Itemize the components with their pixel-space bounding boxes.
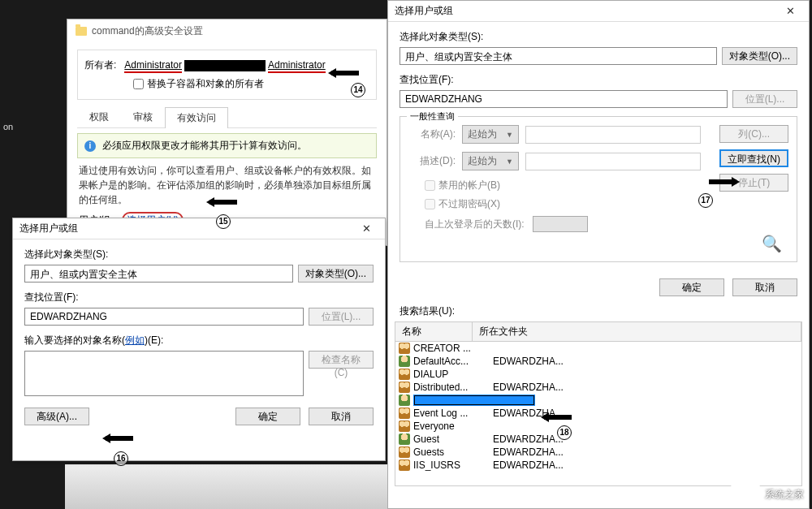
tab-audit[interactable]: 审核 (121, 106, 165, 127)
disabled-accounts-checkbox[interactable]: 禁用的帐户(B) (425, 179, 701, 192)
result-name: Distributed... (413, 382, 486, 393)
desc-filter-input[interactable] (525, 153, 701, 170)
example-link[interactable]: 例如 (125, 334, 145, 346)
last-login-days-combo[interactable] (533, 216, 588, 232)
results-header: 名称 所在文件夹 (395, 321, 802, 342)
user-icon (399, 434, 410, 445)
ok-button[interactable]: 确定 (235, 408, 300, 425)
redacted-selected (413, 395, 535, 406)
columns-button[interactable]: 列(C)... (719, 125, 788, 143)
redacted-text (184, 60, 266, 71)
close-icon[interactable]: ✕ (778, 5, 802, 17)
result-row[interactable] (395, 394, 801, 407)
result-folder: EDWARDZHA... (490, 356, 564, 367)
result-name: Event Log ... (413, 408, 486, 419)
cancel-button2[interactable]: 取消 (732, 278, 797, 296)
users-icon (399, 382, 410, 393)
result-row[interactable]: Everyone (395, 420, 801, 433)
name-filter-input[interactable] (525, 126, 701, 144)
decor-bg (65, 464, 390, 509)
object-type-label: 选择此对象类型(S): (24, 248, 374, 261)
result-row[interactable]: GuestEDWARDZHA... (395, 433, 801, 446)
info-text: 必须应用权限更改才能将其用于计算有效访问。 (102, 139, 307, 153)
users-icon (399, 369, 410, 380)
close-icon[interactable]: ✕ (354, 222, 378, 235)
dialog2-titlebar: 选择用户或组 ✕ (388, 1, 809, 22)
search-results: 搜索结果(U): 名称 所在文件夹 CREATOR ...DefaultAcc.… (395, 304, 802, 486)
results-label: 搜索结果(U): (400, 304, 797, 318)
col-name[interactable]: 名称 (395, 322, 473, 341)
user-icon (399, 356, 410, 367)
folder-icon (76, 27, 87, 36)
security-title: command的高级安全设置 (92, 24, 203, 38)
chevron-down-icon: ▼ (506, 131, 513, 139)
tabs: 权限 审核 有效访问 (77, 106, 377, 128)
chevron-down-icon: ▼ (506, 157, 513, 166)
result-name: Everyone (413, 421, 486, 432)
result-name: IIS_IUSRS (413, 459, 486, 471)
locations-button2[interactable]: 位置(L)... (732, 90, 797, 108)
owner-panel: 所有者: Administrator Administrator 替换子容器和对… (77, 50, 377, 100)
users-icon (399, 408, 410, 419)
find-now-button[interactable]: 立即查找(N) (719, 149, 788, 167)
result-name: Guest (413, 434, 486, 445)
stop-button[interactable]: 停止(T) (719, 174, 788, 192)
info-icon: i (84, 140, 96, 152)
advanced-button[interactable]: 高级(A)... (24, 408, 89, 425)
search-icon: 🔍 (762, 234, 782, 253)
dialog1-title: 选择用户或组 (19, 222, 78, 235)
result-row[interactable]: DIALUP (395, 368, 801, 381)
last-login-label: 自上次登录后的天数(I): (425, 218, 525, 231)
watermark: 系统之家 (723, 480, 812, 509)
users-icon (399, 446, 410, 458)
result-row[interactable]: GuestsEDWARDZHA... (395, 446, 801, 459)
result-folder: EDWARDZHA... (490, 382, 564, 393)
result-name: DIALUP (413, 369, 486, 380)
desc-filter-label: 描述(D): (408, 154, 456, 168)
object-names-input[interactable] (24, 351, 304, 396)
result-folder: EDWARDZHA... (490, 408, 564, 419)
result-folder: EDWARDZHA... (490, 459, 564, 471)
user-icon (399, 395, 410, 406)
object-types-button2[interactable]: 对象类型(O)... (722, 47, 797, 65)
owner-label: 所有者: (84, 58, 116, 72)
general-query-title: 一般性查询 (407, 110, 458, 123)
effective-access-desc: 通过使用有效访问，你可以查看用户、组或设备帐户的有效权限。如果帐户是的影响。在评… (79, 163, 375, 207)
col-folder[interactable]: 所在文件夹 (473, 322, 801, 341)
result-row[interactable]: DefaultAcc...EDWARDZHA... (395, 355, 801, 368)
tab-permissions[interactable]: 权限 (77, 106, 121, 127)
no-expire-checkbox[interactable]: 不过期密码(X) (425, 197, 701, 211)
replace-owner-checkbox[interactable]: 替换子容器和对象的所有者 (133, 77, 369, 91)
object-names-label: 输入要选择的对象名称(例如)(E): (24, 334, 374, 347)
security-window: command的高级安全设置 所有者: Administrator Admini… (67, 19, 387, 246)
dialog2-title: 选择用户或组 (395, 4, 453, 18)
desc-filter-combo[interactable]: 起始为▼ (462, 152, 519, 170)
result-row[interactable]: CREATOR ... (395, 342, 801, 355)
result-folder: EDWARDZHA... (490, 434, 564, 445)
location-label: 查找位置(F): (24, 291, 374, 304)
location-label2: 查找位置(F): (400, 73, 797, 87)
result-folder: EDWARDZHA... (490, 446, 564, 458)
tab-effective-access[interactable]: 有效访问 (165, 107, 228, 128)
object-types-button[interactable]: 对象类型(O)... (298, 265, 374, 283)
cancel-button[interactable]: 取消 (309, 408, 374, 425)
locations-button[interactable]: 位置(L)... (309, 308, 374, 326)
result-row[interactable]: IIS_IUSRSEDWARDZHA... (395, 459, 801, 472)
name-filter-combo[interactable]: 起始为▼ (462, 125, 519, 144)
result-name: CREATOR ... (413, 343, 486, 354)
owner-value: Administrator Administrator (124, 59, 325, 71)
object-type-field: 用户、组或内置安全主体 (24, 265, 293, 283)
result-name: DefaultAcc... (413, 356, 486, 367)
ok-button2[interactable]: 确定 (659, 278, 724, 296)
select-user-dialog-advanced: 选择用户或组 ✕ 选择此对象类型(S): 用户、组或内置安全主体 对象类型(O)… (387, 0, 810, 509)
result-row[interactable]: Distributed...EDWARDZHA... (395, 381, 801, 394)
users-icon (399, 421, 410, 432)
check-names-button[interactable]: 检查名称(C) (309, 351, 374, 369)
result-row[interactable]: Event Log ...EDWARDZHA... (395, 407, 801, 420)
results-body[interactable]: CREATOR ...DefaultAcc...EDWARDZHA...DIAL… (395, 342, 802, 486)
watermark-icon (731, 485, 760, 504)
select-user-dialog-small: 选择用户或组 ✕ 选择此对象类型(S): 用户、组或内置安全主体 对象类型(O)… (12, 218, 386, 461)
users-icon (399, 343, 410, 354)
result-name: Guests (413, 446, 486, 458)
name-filter-label: 名称(A): (408, 127, 456, 141)
